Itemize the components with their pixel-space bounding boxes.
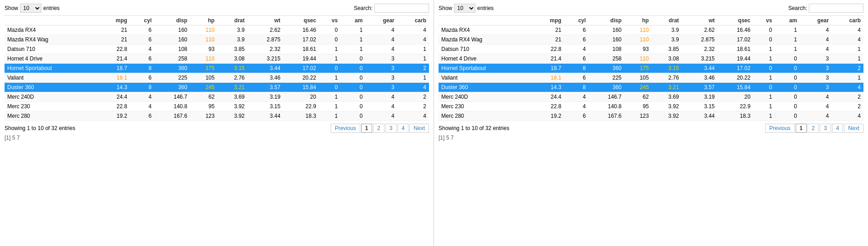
- cell-vs: 0: [319, 25, 340, 35]
- cell-wt: 3.46: [681, 73, 717, 83]
- cell-cyl: 8: [130, 83, 155, 92]
- col-header-drat[interactable]: drat: [217, 16, 247, 25]
- col-header-vs[interactable]: vs: [753, 16, 775, 25]
- cell-mpg: 14.3: [98, 83, 130, 92]
- cell-qsec: 17.02: [283, 64, 319, 73]
- col-header-wt[interactable]: wt: [681, 16, 717, 25]
- prev-button[interactable]: Previous: [765, 124, 795, 133]
- cell-drat: 3.92: [651, 111, 681, 121]
- cell-hp: 123: [190, 111, 217, 121]
- col-header-qsec[interactable]: qsec: [717, 16, 753, 25]
- cell-carb: 1: [832, 45, 863, 54]
- cell-mpg: 19.2: [532, 111, 564, 121]
- cell-qsec: 20.22: [717, 73, 753, 83]
- cell-vs: 1: [753, 102, 775, 111]
- cell-hp: 105: [624, 73, 651, 83]
- cell-cyl: 6: [564, 35, 589, 45]
- page-button-2[interactable]: 2: [373, 124, 384, 133]
- cell-cyl: 4: [130, 92, 155, 102]
- cell-name: Merc 240D: [5, 92, 98, 102]
- cell-am: 0: [340, 102, 365, 111]
- cell-vs: 1: [319, 73, 340, 83]
- search-input[interactable]: [374, 4, 429, 13]
- cell-vs: 0: [753, 64, 775, 73]
- cell-disp: 146.7: [154, 92, 190, 102]
- show-select[interactable]: 102550100: [20, 4, 41, 13]
- table-row: Mazda RX4 Wag2161601103.92.87517.020144: [5, 35, 429, 45]
- cell-mpg: 18.7: [98, 64, 130, 73]
- col-header-disp[interactable]: disp: [589, 16, 625, 25]
- page-button-3[interactable]: 3: [385, 124, 397, 133]
- cell-gear: 3: [800, 54, 832, 64]
- cell-disp: 160: [154, 25, 190, 35]
- cell-wt: 3.57: [681, 83, 717, 92]
- cell-hp: 105: [190, 73, 217, 83]
- prev-button[interactable]: Previous: [331, 124, 360, 133]
- cell-name: Duster 360: [439, 83, 532, 92]
- search-label: Search:: [788, 5, 807, 11]
- cell-am: 0: [775, 73, 800, 83]
- col-header-mpg[interactable]: mpg: [532, 16, 564, 25]
- cell-qsec: 15.84: [717, 83, 753, 92]
- page-button-1[interactable]: 1: [361, 124, 373, 133]
- col-header-vs[interactable]: vs: [319, 16, 340, 25]
- col-header-am[interactable]: am: [775, 16, 800, 25]
- col-header-cyl[interactable]: cyl: [564, 16, 589, 25]
- page-button-1[interactable]: 1: [796, 124, 807, 133]
- col-header-carb[interactable]: carb: [832, 16, 863, 25]
- page-button-2[interactable]: 2: [807, 124, 819, 133]
- search-label: Search:: [354, 5, 373, 11]
- cell-disp: 140.8: [154, 102, 190, 111]
- page-button-3[interactable]: 3: [820, 124, 831, 133]
- cell-vs: 1: [319, 111, 340, 121]
- cell-wt: 3.57: [247, 83, 283, 92]
- cell-wt: 2.32: [681, 45, 717, 54]
- col-header-qsec[interactable]: qsec: [283, 16, 319, 25]
- page-button-4[interactable]: 4: [398, 124, 409, 133]
- cell-carb: 4: [832, 25, 863, 35]
- cell-carb: 2: [397, 102, 429, 111]
- show-select[interactable]: 102550100: [454, 4, 475, 13]
- cell-vs: 1: [753, 111, 775, 121]
- cell-vs: 1: [753, 73, 775, 83]
- table-row: Mazda RX4 Wag2161601103.92.87517.020144: [439, 35, 863, 45]
- cell-am: 0: [340, 64, 365, 73]
- cell-carb: 4: [832, 83, 863, 92]
- search-input[interactable]: [809, 4, 863, 13]
- cell-am: 0: [775, 83, 800, 92]
- col-header-am[interactable]: am: [340, 16, 365, 25]
- col-header-disp[interactable]: disp: [154, 16, 190, 25]
- cell-name: Merc 240D: [439, 92, 532, 102]
- cell-name: Mazda RX4: [5, 25, 98, 35]
- cell-qsec: 18.61: [283, 45, 319, 54]
- col-header-carb[interactable]: carb: [397, 16, 429, 25]
- cell-carb: 2: [832, 102, 863, 111]
- col-header-hp[interactable]: hp: [624, 16, 651, 25]
- col-header-gear[interactable]: gear: [800, 16, 832, 25]
- cell-vs: 0: [753, 25, 775, 35]
- cell-name: Hornet Sportabout: [5, 64, 98, 73]
- table-row: Duster 36014.383602453.213.5715.840034: [5, 83, 429, 92]
- show-entries-1: Show 102550100 entries: [5, 4, 60, 13]
- col-header-name[interactable]: [5, 16, 98, 25]
- col-header-drat[interactable]: drat: [651, 16, 681, 25]
- col-header-gear[interactable]: gear: [365, 16, 397, 25]
- col-header-wt[interactable]: wt: [247, 16, 283, 25]
- cell-hp: 110: [624, 54, 651, 64]
- cell-gear: 4: [800, 102, 832, 111]
- cell-drat: 2.76: [651, 73, 681, 83]
- col-header-cyl[interactable]: cyl: [130, 16, 155, 25]
- col-header-mpg[interactable]: mpg: [98, 16, 130, 25]
- col-header-name[interactable]: [439, 16, 532, 25]
- cell-hp: 93: [624, 45, 651, 54]
- col-header-hp[interactable]: hp: [190, 16, 217, 25]
- data-table-2: mpgcyldisphpdratwtqsecvsamgearcarb Mazda…: [439, 15, 863, 121]
- page-button-4[interactable]: 4: [832, 124, 843, 133]
- next-button[interactable]: Next: [844, 124, 863, 133]
- next-button[interactable]: Next: [409, 124, 429, 133]
- cell-am: 0: [340, 73, 365, 83]
- cell-vs: 0: [319, 35, 340, 45]
- cell-gear: 3: [800, 73, 832, 83]
- table-row: Duster 36014.383602453.213.5715.840034: [439, 83, 863, 92]
- cell-am: 1: [775, 45, 800, 54]
